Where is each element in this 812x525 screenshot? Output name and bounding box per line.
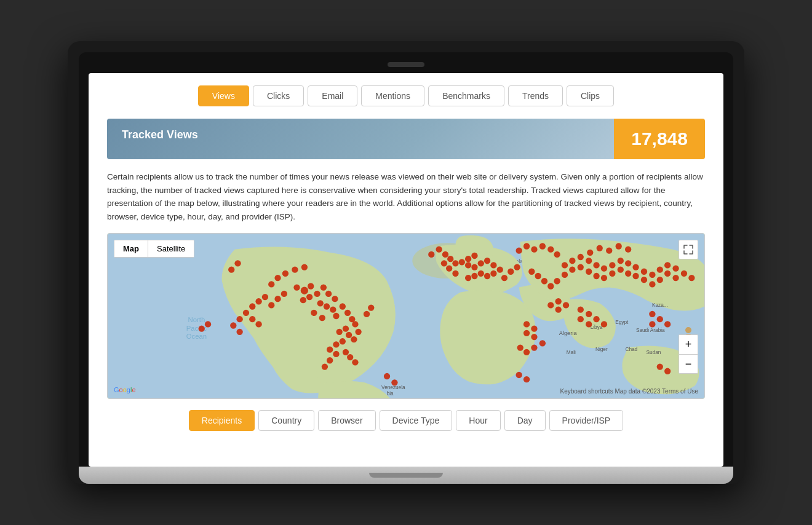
nav-tab-clicks[interactable]: Clicks [253,85,304,106]
svg-point-51 [281,291,287,297]
nav-tab-benchmarks[interactable]: Benchmarks [428,85,504,106]
filter-tab-browser[interactable]: Browser [318,410,375,431]
svg-point-49 [347,354,353,360]
svg-point-57 [243,310,249,316]
svg-point-66 [322,364,328,370]
svg-point-126 [541,278,547,284]
svg-point-142 [517,345,523,351]
svg-point-132 [601,322,607,328]
svg-point-83 [490,270,496,277]
svg-point-131 [593,316,599,322]
google-logo: Google [114,386,136,393]
svg-point-139 [539,341,546,347]
map-zoom-out-button[interactable]: − [679,354,698,374]
filter-tabs: RecipientsCountryBrowserDevice TypeHourD… [107,410,705,431]
svg-point-119 [593,273,599,279]
svg-point-102 [625,261,631,267]
svg-text:Egypt: Egypt [615,320,629,326]
svg-text:Mali: Mali [567,350,576,355]
svg-point-90 [441,261,447,267]
filter-tab-hour[interactable]: Hour [456,410,500,431]
svg-text:Sudan: Sudan [647,350,661,355]
svg-point-52 [274,296,281,302]
filter-tab-recipients[interactable]: Recipients [189,410,255,431]
svg-point-38 [352,322,358,328]
nav-tab-trends[interactable]: Trends [508,85,563,106]
svg-point-113 [641,277,647,283]
screen-bezel: ViewsClicksEmailMentionsBenchmarksTrends… [79,52,733,467]
nav-tab-email[interactable]: Email [308,85,357,106]
map-zoom-controls: + − [679,334,698,374]
svg-point-81 [490,262,496,269]
svg-point-23 [314,291,320,297]
svg-point-156 [664,270,671,277]
svg-point-103 [632,264,639,270]
svg-point-50 [352,360,358,366]
svg-point-155 [442,251,448,258]
svg-point-74 [459,259,465,266]
svg-point-115 [625,270,631,277]
svg-point-157 [672,275,679,281]
svg-point-120 [586,269,592,275]
svg-point-43 [351,336,357,342]
svg-text:Kaza...: Kaza... [652,302,668,308]
svg-point-177 [685,327,691,333]
svg-point-30 [324,304,330,310]
nav-tab-mentions[interactable]: Mentions [361,85,424,106]
svg-point-161 [649,322,655,328]
svg-point-110 [688,275,695,281]
svg-point-174 [606,248,612,254]
svg-point-112 [649,282,655,288]
camera-notch [388,62,424,67]
svg-point-33 [319,315,325,321]
svg-point-94 [562,262,568,269]
svg-point-89 [446,266,452,272]
svg-point-172 [587,250,593,256]
filter-tab-device_type[interactable]: Device Type [380,410,453,431]
nav-tab-views[interactable]: Views [198,85,249,106]
svg-point-133 [586,322,592,328]
nav-tab-clips[interactable]: Clips [567,85,614,106]
svg-point-160 [664,322,671,328]
filter-tab-country[interactable]: Country [258,410,314,431]
svg-point-93 [514,264,520,270]
svg-point-147 [516,248,522,254]
svg-point-125 [547,283,554,290]
svg-text:Chad: Chad [625,347,637,352]
svg-point-114 [632,273,639,279]
svg-point-164 [384,373,390,379]
svg-point-122 [569,267,575,273]
svg-text:bia: bia [387,391,394,397]
map-type-satellite-button[interactable]: Satellite [148,240,194,257]
svg-point-121 [578,264,584,270]
svg-text:Niger: Niger [595,347,608,352]
svg-point-144 [555,307,562,313]
svg-point-91 [501,275,507,281]
svg-point-166 [228,267,234,273]
svg-point-64 [199,326,205,332]
svg-point-68 [274,275,281,281]
svg-point-85 [478,270,484,277]
svg-point-97 [586,258,592,264]
svg-point-56 [249,304,255,310]
svg-point-80 [484,258,490,264]
svg-point-150 [539,243,546,250]
map-type-buttons: Map Satellite [114,240,194,258]
svg-point-77 [465,262,471,269]
svg-point-134 [578,316,584,322]
map-zoom-in-button[interactable]: + [679,334,698,354]
filter-tab-day[interactable]: Day [504,410,546,431]
svg-point-167 [234,261,241,267]
svg-point-60 [236,316,242,322]
svg-point-105 [649,272,655,278]
svg-point-47 [333,351,339,357]
map-svg: North Pacific Ocean North Atlantic Ocean… [108,234,704,398]
map-type-map-button[interactable]: Map [114,240,148,257]
svg-point-162 [657,364,663,370]
svg-point-149 [531,247,537,253]
filter-tab-provider_isp[interactable]: Provider/ISP [549,410,624,431]
svg-point-116 [618,267,624,273]
svg-point-135 [523,322,530,328]
svg-point-136 [531,326,537,332]
map-expand-button[interactable] [679,240,698,259]
